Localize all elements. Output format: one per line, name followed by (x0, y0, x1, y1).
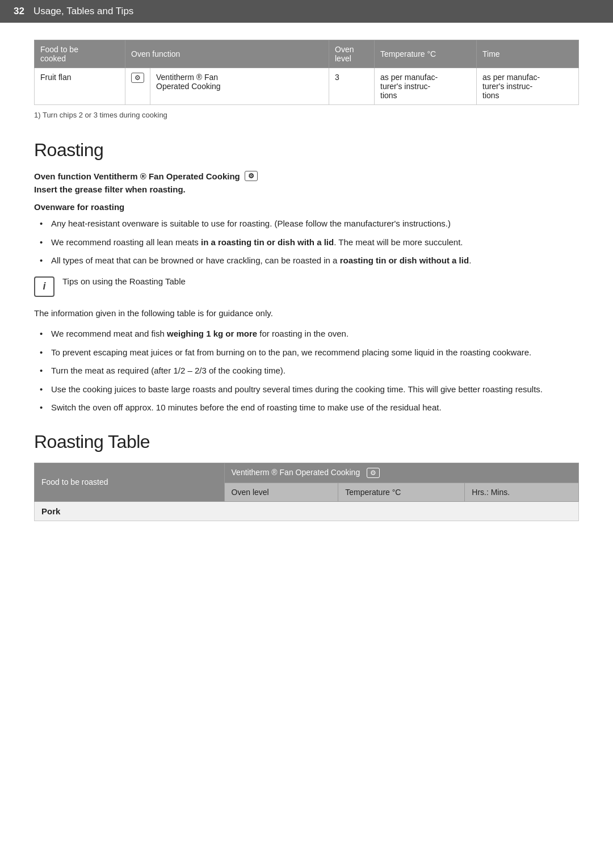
cell-food: Fruit flan (35, 68, 125, 105)
col-header-oven-level-r: Oven level (224, 483, 338, 501)
info-icon-letter: i (43, 280, 45, 292)
list-item: Use the cooking juices to baste large ro… (40, 383, 579, 396)
fan-operated-icon: ⚙ (131, 73, 144, 83)
table-row-pork-category: Pork (35, 501, 579, 521)
guidance-text: The information given in the following t… (34, 307, 579, 320)
oven-function-line: Oven function Ventitherm ® Fan Operated … (34, 171, 579, 181)
col-header-time: Time (477, 40, 579, 68)
list-item: We recommend meat and fish weighing 1 kg… (40, 328, 579, 341)
table-footnote: 1) Turn chips 2 or 3 times during cookin… (34, 111, 579, 119)
col-header-oven-function: Oven function (125, 40, 329, 68)
cell-pork-category: Pork (35, 501, 579, 521)
ovenware-bullets: Any heat-resistant ovenware is suitable … (34, 217, 579, 267)
roasting-table: Food to be roasted Ventitherm ® Fan Oper… (34, 463, 579, 521)
list-item: All types of meat that can be browned or… (40, 254, 579, 267)
roasting-table-title: Roasting Table (34, 431, 579, 452)
col-header-hrs: Hrs.: Mins. (465, 483, 579, 501)
page-number: 32 (14, 6, 24, 17)
guidance-bullets: We recommend meat and fish weighing 1 kg… (34, 328, 579, 414)
roasting-section-title: Roasting (34, 140, 579, 161)
col-header-ventitherm: Ventitherm ® Fan Operated Cooking ⚙ (224, 463, 578, 483)
fan-icon-roasting: ⚙ (245, 171, 258, 181)
roasting-table-section: Roasting Table Food to be roasted Ventit… (34, 431, 579, 521)
cell-icon: ⚙ (125, 68, 150, 105)
main-content: Food to becooked Oven function Ovenlevel… (0, 40, 613, 544)
ovenware-title: Ovenware for roasting (34, 202, 579, 212)
cell-time: as per manufac-turer's instruc-tions (477, 68, 579, 105)
list-item: Turn the meat as required (after 1/2 – 2… (40, 364, 579, 378)
list-item: Any heat-resistant ovenware is suitable … (40, 217, 579, 230)
header-title: Usage, Tables and Tips (33, 6, 133, 17)
insert-grease-filter-line: Insert the grease filter when roasting. (34, 184, 579, 194)
page-header: 32 Usage, Tables and Tips (0, 0, 613, 23)
list-item: Switch the oven off approx. 10 minutes b… (40, 401, 579, 414)
col-header-food: Food to becooked (35, 40, 125, 68)
list-item: To prevent escaping meat juices or fat f… (40, 346, 579, 359)
col-header-temperature: Temperature °C (375, 40, 477, 68)
table-row: Fruit flan ⚙ Ventitherm ® FanOperated Co… (35, 68, 579, 105)
info-box-text: Tips on using the Roasting Table (62, 275, 186, 288)
fan-icon-table: ⚙ (367, 468, 380, 478)
col-header-temp-r: Temperature °C (338, 483, 465, 501)
cell-oven-level: 3 (329, 68, 375, 105)
col-header-oven-level: Ovenlevel (329, 40, 375, 68)
col-header-food-roasted: Food to be roasted (35, 463, 225, 501)
cell-oven-function: Ventitherm ® FanOperated Cooking (150, 68, 329, 105)
list-item: We recommend roasting all lean meats in … (40, 236, 579, 249)
info-icon: i (34, 276, 54, 297)
cooking-table: Food to becooked Oven function Ovenlevel… (34, 40, 579, 105)
oven-function-text: Oven function Ventitherm ® Fan Operated … (34, 171, 240, 181)
cell-temperature: as per manufac-turer's instruc-tions (375, 68, 477, 105)
info-box: i Tips on using the Roasting Table (34, 275, 579, 297)
